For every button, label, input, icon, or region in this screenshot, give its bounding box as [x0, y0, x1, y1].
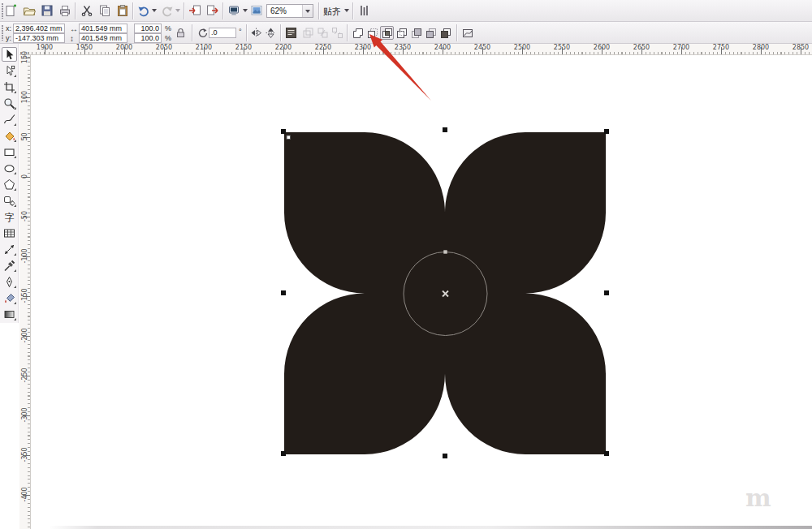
- toolbar-grip[interactable]: [2, 25, 4, 41]
- toolbar-separator: [352, 2, 354, 19]
- undo-dropdown[interactable]: [150, 2, 158, 19]
- paste-clipboard-icon: [116, 4, 129, 17]
- text-tool[interactable]: 字: [2, 209, 17, 224]
- table-tool[interactable]: [2, 226, 17, 240]
- horizontal-ruler[interactable]: 1900195020002050210021502200225023002350…: [19, 44, 812, 55]
- object-height-field[interactable]: 401.549 mm: [79, 33, 127, 43]
- create-boundary-button[interactable]: [438, 26, 452, 40]
- h-ruler-label: 1950: [76, 44, 93, 51]
- v-ruler-label: 50: [21, 130, 28, 144]
- h-ruler-label: 2650: [633, 44, 650, 51]
- outline-pen-tool[interactable]: [2, 274, 17, 289]
- freehand-tool-icon: [3, 114, 15, 126]
- h-ruler-label: 2750: [713, 44, 729, 51]
- convert-to-curves-button[interactable]: [460, 26, 474, 40]
- outline-pen-tool-icon: [3, 276, 15, 288]
- scale-h-unit: %: [165, 24, 171, 33]
- h-ruler-label: 1900: [37, 44, 53, 51]
- h-ruler-label: 2100: [196, 44, 212, 51]
- wrap-text-icon: [285, 27, 297, 39]
- rotation-unit: °: [239, 28, 242, 37]
- h-ruler-label: 2250: [315, 44, 331, 51]
- dimension-tool[interactable]: [2, 242, 17, 256]
- v-ruler-label: -400: [21, 488, 28, 502]
- zoom-tool[interactable]: [2, 96, 17, 110]
- standard-toolbar: 62% 贴齐: [0, 0, 812, 22]
- toolbar-separator: [347, 24, 348, 41]
- h-ruler-label: 2850: [793, 44, 809, 51]
- application-launcher-button[interactable]: [226, 2, 242, 19]
- weld-button[interactable]: [351, 26, 365, 40]
- h-ruler-label: 2350: [395, 44, 411, 51]
- copy-icon: [98, 4, 111, 17]
- zoom-level-combobox[interactable]: 62%: [266, 4, 313, 18]
- object-width-field[interactable]: 401.549 mm: [79, 24, 127, 33]
- interactive-fill-tool[interactable]: [2, 307, 17, 321]
- group-button[interactable]: [316, 26, 330, 40]
- mirror-horizontal-button[interactable]: [249, 26, 263, 40]
- property-bar: x: 2,396.402 mm y: -147.303 mm ↔ 401.549…: [0, 22, 812, 44]
- ellipse-tool[interactable]: [2, 161, 17, 175]
- rotation-angle-field[interactable]: .0: [209, 28, 236, 38]
- redo-dropdown[interactable]: [174, 2, 182, 19]
- welcome-screen-button[interactable]: [248, 2, 265, 19]
- snap-to-dropdown[interactable]: [343, 2, 351, 19]
- cut-button[interactable]: [79, 2, 95, 19]
- scale-h-field[interactable]: 100.0: [134, 24, 162, 33]
- new-document-button[interactable]: [3, 2, 19, 19]
- simplify-icon: [395, 27, 408, 40]
- wrap-text-button[interactable]: [284, 26, 298, 40]
- lock-icon: [175, 28, 186, 38]
- welcome-screen-icon: [250, 4, 263, 17]
- print-icon: [58, 4, 71, 17]
- trim-button[interactable]: [365, 26, 379, 40]
- x-position-field[interactable]: 2,396.402 mm: [13, 24, 65, 33]
- lock-ratio-button[interactable]: [174, 26, 188, 40]
- eyedropper-tool[interactable]: [2, 258, 17, 273]
- smart-fill-tool[interactable]: [2, 128, 17, 143]
- export-button[interactable]: [205, 2, 221, 19]
- rectangle-tool[interactable]: [2, 144, 17, 159]
- pick-tool[interactable]: [2, 47, 17, 62]
- pick-tool-icon: [3, 49, 15, 61]
- shape-tool[interactable]: [2, 63, 17, 78]
- polygon-tool[interactable]: [2, 177, 17, 191]
- scale-v-field[interactable]: 100.0: [134, 33, 162, 43]
- open-button[interactable]: [21, 2, 37, 19]
- v-ruler-label: 150: [21, 50, 28, 65]
- toolbar-separator: [132, 2, 134, 19]
- redo-button[interactable]: [159, 2, 175, 19]
- create-boundary-icon: [439, 27, 452, 40]
- intersect-button[interactable]: [380, 26, 394, 40]
- svg-text:字: 字: [5, 212, 15, 223]
- y-position-field[interactable]: -147.303 mm: [13, 33, 65, 43]
- undo-button[interactable]: [136, 2, 152, 19]
- canvas[interactable]: [31, 55, 812, 529]
- interactive-fill-tool-icon: [3, 308, 15, 320]
- smart-fill-tool-icon: [3, 130, 15, 142]
- scale-v-unit: %: [165, 34, 171, 43]
- options-button[interactable]: [356, 2, 372, 19]
- basic-shapes-tool[interactable]: [2, 193, 17, 208]
- vertical-ruler[interactable]: 150100500-50-100-150-200-250-300-350-400: [19, 55, 31, 529]
- import-button[interactable]: [187, 2, 203, 19]
- ungroup-button[interactable]: [330, 26, 344, 40]
- print-button[interactable]: [57, 2, 73, 19]
- back-minus-front-button[interactable]: [424, 26, 438, 40]
- h-ruler-label: 2000: [116, 44, 132, 51]
- copy-button[interactable]: [97, 2, 113, 19]
- scissors-icon: [80, 4, 93, 17]
- simplify-button[interactable]: [395, 26, 408, 40]
- save-button[interactable]: [39, 2, 55, 19]
- crop-tool[interactable]: [2, 80, 17, 94]
- paste-button[interactable]: [114, 2, 131, 19]
- fill-tool[interactable]: [2, 290, 17, 305]
- zoom-level-dropdown[interactable]: [302, 5, 313, 17]
- v-ruler-label: -350: [21, 448, 28, 462]
- convert-to-curves-icon: [461, 27, 474, 40]
- combine-button[interactable]: [301, 26, 315, 40]
- freehand-tool[interactable]: [2, 112, 17, 127]
- mirror-vertical-button[interactable]: [264, 26, 278, 40]
- snap-to-button[interactable]: 贴齐: [323, 6, 341, 18]
- front-minus-back-button[interactable]: [409, 26, 423, 40]
